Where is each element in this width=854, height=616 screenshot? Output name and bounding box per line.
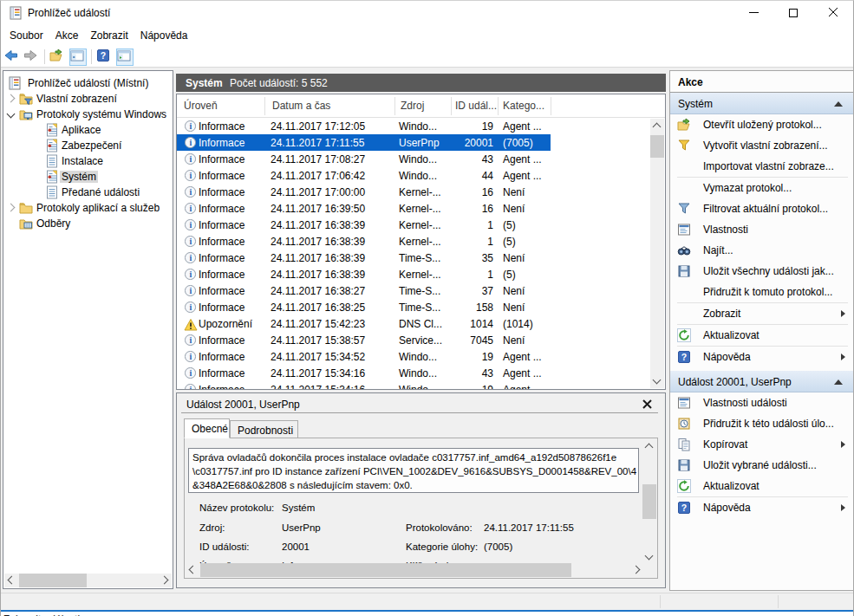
info-icon — [185, 203, 196, 214]
tree-item-aplikace[interactable]: Aplikace — [3, 122, 173, 138]
close-button[interactable] — [813, 1, 853, 24]
details-close-icon[interactable] — [642, 399, 652, 409]
event-row[interactable]: Upozornění 24.11.2017 15:42:23 DNS Cl...… — [177, 315, 551, 332]
back-button[interactable] — [4, 49, 22, 66]
help-button[interactable]: ? — [96, 49, 114, 66]
tree-horizontal-scrollbar[interactable] — [4, 574, 172, 587]
tree-item-p-edan-ud-losti[interactable]: Předané události — [3, 185, 173, 200]
event-row[interactable]: Informace 24.11.2017 15:34:52 Windo... 1… — [177, 348, 551, 365]
field-value: Systém — [282, 503, 315, 513]
field-value: UserPnp — [282, 522, 321, 533]
tree-item-instalace[interactable]: Instalace — [3, 153, 173, 169]
folder-plain-icon — [19, 201, 32, 214]
event-description: Správa ovladačů dokončila proces instala… — [188, 448, 639, 493]
info-icon — [185, 170, 196, 181]
info-icon — [185, 269, 196, 280]
column-header[interactable]: Datum a čas — [272, 100, 330, 112]
action-naj-t-[interactable]: Najít... — [670, 240, 853, 261]
minimize-button[interactable] — [733, 1, 773, 24]
tab-podrobnosti[interactable]: Podrobnosti — [230, 420, 298, 438]
action-kop-rovat[interactable]: Kopírovat — [670, 434, 853, 455]
tree-item-odb-ry[interactable]: Odběry — [3, 216, 173, 231]
info-icon — [185, 137, 196, 148]
action-ulo-it-vybran-ud-losti-[interactable]: Uložit vybrané události... — [670, 455, 853, 476]
column-header[interactable]: Úroveň — [184, 100, 218, 112]
event-row[interactable]: Informace 24.11.2017 16:38:39 Kernel-...… — [177, 217, 551, 233]
action-otev-t-ulo-en-protokol-[interactable]: Otevřít uložený protokol... — [670, 114, 853, 135]
action-pane-toggle-button[interactable] — [116, 49, 134, 66]
details-vertical-scrollbar[interactable] — [642, 439, 656, 564]
action-ulo-it-v-echny-ud-losti-jak-[interactable]: Uložit všechny události jak... — [670, 261, 853, 282]
event-row[interactable]: Informace 24.11.2017 17:08:27 Windo... 4… — [177, 151, 551, 167]
event-row[interactable]: Informace 24.11.2017 17:00:00 Kernel-...… — [177, 184, 551, 200]
action-p-idru-it-k-tomuto-protokol-[interactable]: Přidružit k tomuto protokol... — [670, 282, 853, 302]
action-section-header[interactable]: Systém — [670, 93, 853, 114]
event-row[interactable]: Informace 24.11.2017 15:34:16 Windo... 4… — [177, 365, 551, 381]
action-vlastnosti[interactable]: Vlastnosti — [670, 219, 853, 240]
help-icon: ? — [677, 350, 691, 364]
action-n-pov-da[interactable]: ?Nápověda — [670, 497, 853, 518]
info-icon — [185, 252, 196, 263]
column-header[interactable]: Zdroj — [401, 100, 424, 112]
warning-icon — [184, 318, 197, 331]
action-zobrazit[interactable]: Zobrazit — [670, 303, 853, 324]
event-row[interactable]: Informace 24.11.2017 15:38:57 Service...… — [177, 332, 551, 348]
svg-text:?: ? — [681, 352, 687, 362]
filter-new-icon — [677, 139, 691, 152]
tree-item-protokoly-syst-mu-windows[interactable]: Protokoly systému Windows — [3, 107, 173, 122]
menu-zobrazit[interactable]: Zobrazit — [84, 26, 134, 45]
event-row[interactable]: Informace 24.11.2017 16:38:39 Time-S... … — [177, 250, 551, 266]
action-importovat-vlastn-zobraze-[interactable]: Importovat vlastní zobraze... — [670, 156, 853, 177]
tree-item-protokoly-aplikac-a-slu-eb[interactable]: Protokoly aplikací a služeb — [3, 200, 173, 216]
menu-soubor[interactable]: Soubor — [3, 26, 49, 45]
open-saved-log-button[interactable] — [49, 49, 67, 66]
collapse-icon[interactable] — [834, 379, 843, 385]
save-icon — [677, 264, 691, 278]
menu-nápověda[interactable]: Nápověda — [134, 26, 194, 45]
status-bar — [1, 593, 853, 610]
event-row[interactable]: Informace 24.11.2017 17:12:05 Windo... 1… — [177, 118, 551, 134]
event-row[interactable]: Informace 24.11.2017 16:39:50 Kernel-...… — [177, 200, 551, 217]
maximize-button[interactable] — [773, 1, 813, 24]
collapse-icon[interactable] — [834, 101, 843, 107]
tab-obecne[interactable]: Obecné — [184, 418, 230, 438]
field-label: Protokolováno: — [406, 522, 473, 533]
chevron-down-icon[interactable] — [7, 110, 16, 119]
action-aktualizovat[interactable]: Aktualizovat — [670, 476, 853, 496]
action-n-pov-da[interactable]: ?Nápověda — [670, 347, 853, 367]
details-horizontal-scrollbar[interactable] — [186, 563, 643, 577]
tree-item-syst-m[interactable]: Systém — [3, 169, 173, 185]
event-viewer-icon — [8, 76, 21, 89]
open-folder-icon — [677, 118, 691, 132]
forward-button[interactable] — [23, 49, 41, 66]
title-bar: Prohlížeč událostí — [1, 1, 853, 24]
tree-item-prohl-e-ud-lost-m-stn-[interactable]: Prohlížeč událostí (Místní) — [3, 75, 173, 91]
action-aktualizovat[interactable]: Aktualizovat — [670, 325, 853, 346]
column-header[interactable]: ID udál... — [455, 100, 497, 112]
event-row[interactable]: Informace 24.11.2017 16:38:39 Kernel-...… — [177, 266, 551, 282]
event-row[interactable]: Informace 24.11.2017 15:34:16 Windo... 1… — [177, 381, 551, 390]
table-vertical-scrollbar[interactable] — [650, 119, 664, 388]
menu-akce[interactable]: Akce — [49, 26, 85, 45]
log-plain-icon — [45, 185, 58, 198]
tree-item-vlastn-zobrazen-[interactable]: Vlastní zobrazení — [3, 91, 173, 107]
chevron-right-icon[interactable] — [7, 94, 16, 103]
properties-icon — [677, 396, 691, 410]
chevron-right-icon[interactable] — [7, 204, 16, 212]
action-section-header[interactable]: Událost 20001, UserPnp — [670, 371, 853, 392]
action-vymazat-protokol-[interactable]: Vymazat protokol... — [670, 178, 853, 198]
tree-item-zabezpe-en-[interactable]: Zabezpečení — [3, 138, 173, 153]
event-row[interactable]: Informace 24.11.2017 16:38:39 Kernel-...… — [177, 233, 551, 250]
svg-text:?: ? — [681, 503, 687, 513]
action-p-idru-it-k-t-to-ud-losti-lo-[interactable]: Přidružit k této události úlo... — [670, 413, 853, 434]
info-icon — [185, 219, 196, 230]
event-row[interactable]: Informace 24.11.2017 17:06:42 Windo... 4… — [177, 167, 551, 184]
event-row[interactable]: Informace 24.11.2017 16:38:25 Time-S... … — [177, 299, 551, 315]
column-header[interactable]: Katego... — [503, 100, 544, 112]
event-row[interactable]: Informace 24.11.2017 16:38:27 Time-S... … — [177, 282, 551, 299]
action-vytvo-it-vlastn-zobrazen-[interactable]: Vytvořit vlastní zobrazení... — [670, 135, 853, 156]
event-row[interactable]: Informace 24.11.2017 17:11:55 UserPnp 20… — [177, 134, 551, 151]
action-vlastnosti-ud-losti[interactable]: Vlastnosti události — [670, 392, 853, 413]
console-tree-toggle-button[interactable] — [69, 49, 87, 66]
action-filtrovat-aktu-ln-protokol-[interactable]: Filtrovat aktuální protokol... — [670, 198, 853, 219]
